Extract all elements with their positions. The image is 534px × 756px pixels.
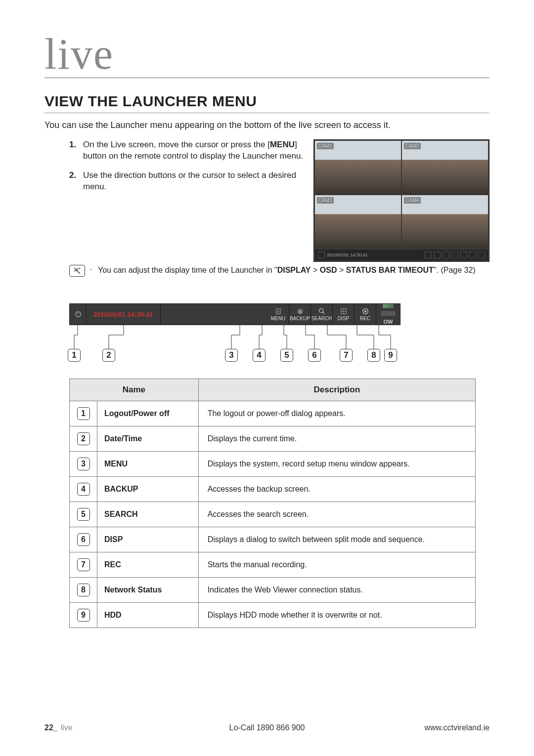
section-heading: VIEW THE LAUNCHER MENU bbox=[44, 93, 490, 113]
launcher-disp-button[interactable]: DISP bbox=[333, 304, 355, 325]
cam-label: CAM1 bbox=[317, 143, 334, 149]
steps-list: 1. On the Live screen, move the cursor o… bbox=[44, 139, 305, 201]
callout-leaders: 1 2 3 4 5 6 7 8 9 bbox=[69, 325, 400, 362]
launcher-item-label: SEARCH bbox=[312, 316, 332, 321]
chapter-title: live bbox=[44, 35, 490, 74]
note-icon bbox=[69, 265, 85, 277]
row-badge: 4 bbox=[70, 477, 97, 502]
callout-badge-8: 8 bbox=[367, 349, 380, 362]
row-desc: Displays HDD mode whether it is overwrit… bbox=[198, 603, 475, 628]
launcher-item-label: MENU bbox=[271, 316, 285, 321]
hdd-icon bbox=[478, 252, 485, 258]
network-icon bbox=[469, 252, 476, 258]
row-desc: Indicates the Web Viewer connection stat… bbox=[198, 578, 475, 603]
svg-rect-2 bbox=[276, 309, 280, 314]
note-bold: DISPLAY bbox=[277, 266, 311, 274]
note-bold: OSD bbox=[320, 266, 337, 274]
callout-badge-9: 9 bbox=[384, 349, 397, 362]
row-name: DISP bbox=[97, 527, 199, 552]
row-badge: 2 bbox=[70, 426, 97, 452]
row-desc: The logout or power-off dialog appears. bbox=[198, 401, 475, 426]
callout-badge-1: 1 bbox=[68, 349, 81, 362]
table-row: 9HDDDisplays HDD mode whether it is over… bbox=[70, 603, 476, 628]
footer-url: www.cctvireland.ie bbox=[424, 723, 490, 732]
launcher-search-button[interactable]: SEARCH bbox=[311, 304, 333, 325]
row-badge: 7 bbox=[70, 552, 97, 578]
table-row: 4BACKUPAccesses the backup screen. bbox=[70, 477, 476, 502]
footer-section: live bbox=[61, 723, 73, 732]
search-icon bbox=[443, 252, 449, 258]
cam-tile-2: CAM2 bbox=[402, 141, 488, 194]
rec-icon bbox=[460, 252, 467, 258]
row-name: HDD bbox=[97, 603, 199, 628]
row-name: Date/Time bbox=[97, 426, 199, 452]
hdd-mode-label: OW bbox=[384, 319, 393, 325]
live-preview-screenshot: CAM1 R C CAM2 CAM3 CAM4 2010/01/01 14:30… bbox=[313, 139, 490, 262]
cam-tile-1: CAM1 R C bbox=[315, 141, 401, 194]
row-desc: Displays the system, record setup menu w… bbox=[198, 452, 475, 477]
row-name: BACKUP bbox=[97, 477, 199, 502]
preview-datetime: 2010/01/01 14:30:41 bbox=[327, 252, 368, 257]
table-row: 1Logout/Power offThe logout or power-off… bbox=[70, 401, 476, 426]
step-1: 1. On the Live screen, move the cursor o… bbox=[69, 139, 305, 162]
row-badge: 3 bbox=[70, 452, 97, 477]
launcher-item-label: BACKUP bbox=[290, 316, 310, 321]
row-badge: 1 bbox=[70, 401, 97, 426]
cam-tile-4: CAM4 bbox=[402, 195, 488, 249]
note-segment: > bbox=[337, 266, 346, 274]
table-header-name: Name bbox=[70, 379, 199, 401]
launcher-power-button[interactable] bbox=[70, 304, 87, 325]
page-number: 22_ bbox=[44, 723, 58, 732]
backup-icon bbox=[296, 307, 304, 315]
launcher-backup-button[interactable]: BACKUP bbox=[289, 304, 311, 325]
note-segment: ". (Page 32) bbox=[434, 266, 476, 274]
launcher-status-block: OW bbox=[376, 304, 400, 325]
launcher-spacer bbox=[161, 304, 267, 325]
rec-badge: R C bbox=[392, 143, 400, 148]
row-desc: Accesses the backup screen. bbox=[198, 477, 475, 502]
launcher-item-label: REC bbox=[360, 316, 370, 321]
launcher-diagram: 2010/01/01 14:30:41 MENU BACKUP SEARCH D… bbox=[69, 303, 400, 362]
footer-phone: Lo-Call 1890 866 900 bbox=[229, 723, 305, 732]
table-row: 5SEARCHAccesses the search screen. bbox=[70, 502, 476, 527]
row-desc: Accesses the search screen. bbox=[198, 502, 475, 527]
table-row: 8Network StatusIndicates the Web Viewer … bbox=[70, 578, 476, 603]
table-row: 3MENUDisplays the system, record setup m… bbox=[70, 452, 476, 477]
launcher-menu-button[interactable]: MENU bbox=[267, 304, 289, 325]
hdd-icon bbox=[381, 311, 395, 316]
row-badge: 6 bbox=[70, 527, 97, 552]
svg-point-14 bbox=[364, 310, 366, 312]
cam-label: CAM2 bbox=[404, 143, 421, 149]
backup-icon bbox=[434, 252, 441, 258]
callout-badge-4: 4 bbox=[253, 349, 266, 362]
row-badge: 8 bbox=[70, 578, 97, 603]
power-icon bbox=[318, 252, 325, 258]
note-text: You can adjust the display time of the L… bbox=[90, 265, 476, 277]
intro-text: You can use the Launcher menu appearing … bbox=[44, 120, 490, 130]
step-number: 2. bbox=[69, 170, 76, 181]
table-header-desc: Description bbox=[198, 379, 475, 401]
power-icon bbox=[74, 310, 82, 318]
launcher-rec-button[interactable]: REC bbox=[355, 304, 376, 325]
row-name: Logout/Power off bbox=[97, 401, 199, 426]
note-segment: You can adjust the display time of the L… bbox=[98, 266, 277, 274]
row-badge: 5 bbox=[70, 502, 97, 527]
step-number: 1. bbox=[69, 139, 76, 151]
menu-icon bbox=[274, 307, 282, 315]
note-segment: > bbox=[311, 266, 320, 274]
row-desc: Displays the current time. bbox=[198, 426, 475, 452]
launcher-datetime: 2010/01/01 14:30:41 bbox=[87, 304, 161, 325]
row-name: SEARCH bbox=[97, 502, 199, 527]
disp-icon bbox=[451, 252, 458, 258]
row-name: Network Status bbox=[97, 578, 199, 603]
callout-badge-3: 3 bbox=[225, 349, 238, 362]
preview-launcher-bar: 2010/01/01 14:30:41 bbox=[315, 250, 488, 260]
row-name: MENU bbox=[97, 452, 199, 477]
launcher-bar: 2010/01/01 14:30:41 MENU BACKUP SEARCH D… bbox=[69, 303, 400, 325]
launcher-item-label: DISP bbox=[338, 316, 349, 321]
network-status-icon bbox=[383, 304, 394, 308]
step-bold: MENU bbox=[270, 140, 295, 149]
page-footer: 22_ live Lo-Call 1890 866 900 www.cctvir… bbox=[44, 723, 490, 732]
row-name: REC bbox=[97, 552, 199, 578]
cam-label: CAM4 bbox=[404, 197, 421, 204]
